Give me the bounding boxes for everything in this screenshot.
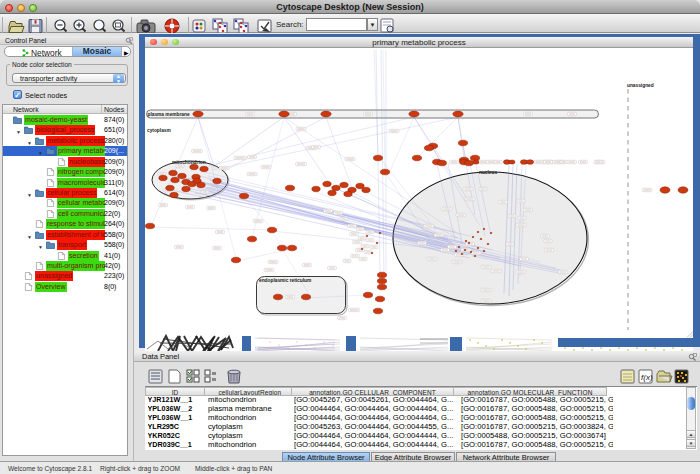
svg-text:plasma membrane: plasma membrane [148,112,190,117]
svg-text:cytoplasm: cytoplasm [147,128,171,133]
svg-text:f(x): f(x) [641,373,653,382]
svg-text:nucleus: nucleus [479,170,497,175]
svg-text:mitochondrion: mitochondrion [172,160,206,165]
svg-text:endoplasmic reticulum: endoplasmic reticulum [259,278,311,283]
svg-text:unassigned: unassigned [627,83,654,88]
